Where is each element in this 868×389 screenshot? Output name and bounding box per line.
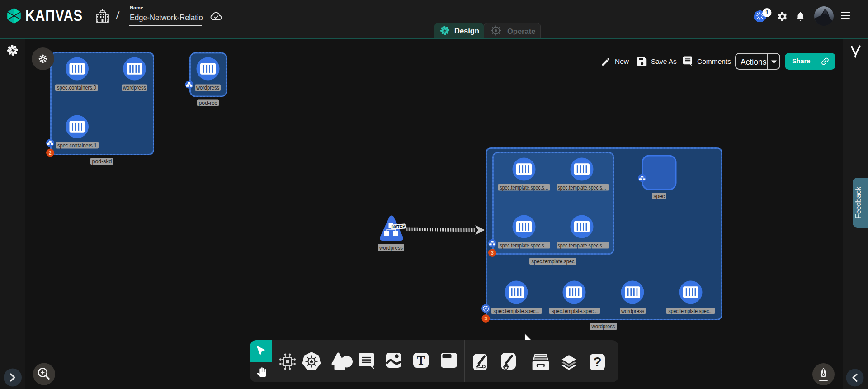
svg-text:spec.template.spec.s...: spec.template.spec.s... bbox=[558, 185, 606, 191]
svg-text:spec.template.spec.s...: spec.template.spec.s... bbox=[558, 242, 606, 249]
svg-text:2: 2 bbox=[49, 150, 52, 156]
svg-text:pod-rcc: pod-rcc bbox=[199, 100, 217, 106]
svg-text:wordpress: wordpress bbox=[591, 323, 615, 330]
svg-text:spec.template.spec.s...: spec.template.spec.s... bbox=[500, 185, 548, 191]
svg-text:pod-skd: pod-skd bbox=[92, 158, 112, 165]
svg-text:spec.containers.1: spec.containers.1 bbox=[57, 142, 97, 149]
svg-text:wordpress: wordpress bbox=[123, 85, 146, 91]
svg-text:80/TCP: 80/TCP bbox=[391, 224, 405, 229]
svg-text:spec.template.spec: spec.template.spec bbox=[532, 258, 575, 265]
svg-text:spec.containers.0: spec.containers.0 bbox=[57, 85, 96, 91]
svg-text:spec.template.spec.s...: spec.template.spec.s... bbox=[500, 242, 548, 249]
svg-text:spec.template.spec...: spec.template.spec... bbox=[494, 308, 540, 314]
svg-text:spec: spec bbox=[654, 193, 665, 199]
svg-text:3: 3 bbox=[485, 316, 487, 321]
svg-text:wordpress: wordpress bbox=[621, 308, 644, 314]
svg-text:wordpress: wordpress bbox=[196, 85, 219, 91]
svg-text:3: 3 bbox=[491, 250, 494, 256]
svg-text:1: 1 bbox=[765, 9, 769, 16]
svg-text:spec.template.spec...: spec.template.spec... bbox=[669, 308, 713, 314]
svg-text:wordpress: wordpress bbox=[379, 245, 403, 251]
svg-text:spec.template.spec...: spec.template.spec... bbox=[552, 308, 598, 314]
